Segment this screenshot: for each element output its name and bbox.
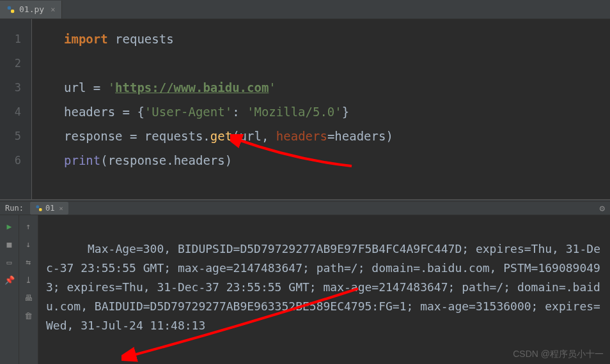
rerun-button[interactable]: ▶ (4, 220, 15, 232)
code-line: import requests (64, 27, 610, 51)
print-button[interactable]: 🖶 (23, 292, 35, 303)
code-line (64, 51, 610, 75)
run-toolbar-primary: ▶ ■ ▭ 📌 (0, 215, 19, 364)
run-config-name: 01 (45, 204, 54, 213)
line-number-gutter: 123456 (0, 19, 32, 199)
code-editor: 123456 import requestsurl = 'https://www… (0, 19, 610, 199)
line-number: 5 (0, 124, 21, 148)
close-run-tab-icon[interactable]: × (59, 204, 63, 213)
run-label: Run: (5, 204, 24, 213)
line-number: 4 (0, 100, 21, 124)
run-panel-header: Run: 01 × ⚙ (0, 202, 610, 215)
code-line: url = 'https://www.baidu.com' (64, 75, 610, 100)
layout-button[interactable]: ▭ (4, 256, 15, 268)
console-output[interactable]: Max-Age=300, BIDUPSID=D5D79729277AB9E97F… (38, 215, 610, 364)
code-line: response = requests.get(url, headers=hea… (64, 124, 610, 148)
run-toolbar-secondary: ↑ ↓ ⇆ ⤓ 🖶 🗑 (19, 215, 38, 364)
line-number: 6 (0, 148, 21, 172)
editor-tab-bar: 01.py × (0, 0, 610, 19)
run-config-tab[interactable]: 01 × (30, 202, 68, 215)
gear-icon[interactable]: ⚙ (600, 203, 605, 213)
soft-wrap-button[interactable]: ⇆ (23, 256, 35, 268)
editor-tab[interactable]: 01.py × (0, 1, 62, 19)
down-icon[interactable]: ↓ (23, 238, 35, 250)
code-line: print(response.headers) (64, 148, 610, 172)
code-line: headers = {'User-Agent': 'Mozilla/5.0'} (64, 100, 610, 124)
svg-rect-3 (39, 208, 42, 211)
line-number: 2 (0, 51, 21, 75)
line-number: 3 (0, 75, 21, 100)
python-file-icon (6, 5, 15, 14)
tab-filename: 01.py (19, 4, 44, 14)
svg-rect-2 (36, 206, 39, 209)
code-area[interactable]: import requestsurl = 'https://www.baidu.… (32, 19, 610, 199)
pin-button[interactable]: 📌 (4, 274, 15, 285)
close-tab-icon[interactable]: × (51, 5, 55, 14)
svg-rect-1 (11, 10, 14, 13)
console-text: Max-Age=300, BIDUPSID=D5D79729277AB9E97F… (46, 242, 600, 332)
run-panel: Run: 01 × ⚙ ▶ ■ ▭ 📌 ↑ ↓ ⇆ ⤓ 🖶 🗑 Max-Age=… (0, 202, 610, 364)
up-icon[interactable]: ↑ (23, 220, 35, 232)
svg-rect-0 (8, 6, 11, 9)
run-panel-body: ▶ ■ ▭ 📌 ↑ ↓ ⇆ ⤓ 🖶 🗑 Max-Age=300, BIDUPSI… (0, 215, 610, 364)
stop-button[interactable]: ■ (4, 238, 15, 250)
watermark: CSDN @程序员小十一 (513, 349, 604, 360)
line-number: 1 (0, 27, 21, 51)
python-icon (35, 204, 43, 212)
scroll-to-end-button[interactable]: ⤓ (23, 274, 35, 285)
clear-button[interactable]: 🗑 (23, 310, 35, 321)
